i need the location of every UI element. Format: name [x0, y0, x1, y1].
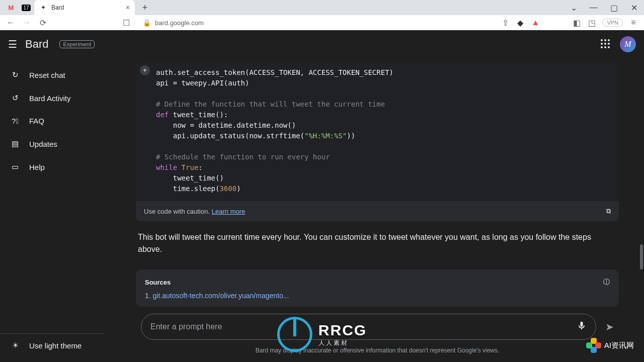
- copy-icon[interactable]: ⧉: [606, 207, 611, 215]
- active-tab[interactable]: ✦ Bard ×: [34, 0, 135, 15]
- back-icon[interactable]: ←: [6, 18, 15, 27]
- learn-more-link[interactable]: Learn more: [212, 208, 245, 215]
- prompt-row: ➤: [141, 314, 614, 340]
- send-icon[interactable]: ➤: [605, 321, 614, 333]
- sidebar-item-theme[interactable]: ☀ Use light theme: [0, 334, 111, 357]
- sidebar-item-help[interactable]: ▭ Help: [0, 155, 111, 178]
- mic-icon[interactable]: [577, 321, 587, 333]
- scrollbar-thumb[interactable]: [640, 244, 643, 269]
- brand-name: Bard: [25, 38, 48, 51]
- sidebar-item-activity[interactable]: ↺ Bard Activity: [0, 86, 111, 110]
- close-tab-icon[interactable]: ×: [126, 4, 130, 12]
- menu-icon[interactable]: ≡: [629, 18, 638, 27]
- sidebar-label: Use light theme: [29, 341, 82, 350]
- disclaimer: Bard may display inaccurate or offensive…: [111, 347, 644, 354]
- source-item: 1. git.autosoft-tech.com/oliver.yuan/mag…: [145, 292, 610, 300]
- caution-text: Use code with caution.: [144, 208, 210, 215]
- hamburger-icon[interactable]: ☰: [8, 38, 17, 50]
- reload-icon[interactable]: ⟳: [38, 18, 47, 28]
- response-card: +auth.set_access_token(ACCESS_TOKEN, ACC…: [136, 62, 619, 307]
- share-icon[interactable]: ⇪: [501, 18, 510, 28]
- prompt-input-container: [141, 314, 596, 340]
- calendar-icon: ▤: [10, 139, 20, 148]
- pinned-tab-gmail[interactable]: M: [4, 1, 18, 15]
- lock-icon: 🔒: [143, 19, 151, 27]
- sidebar-label: Help: [29, 163, 45, 171]
- address-bar: ← → ⟳ ☐ 🔒 bard.google.com ⇪ ◆ ▲ ◧ ◳ VPN …: [0, 15, 644, 30]
- response-text: This bot will tweet the current time eve…: [136, 221, 619, 260]
- url-box[interactable]: 🔒 bard.google.com: [138, 19, 494, 27]
- tab-title: Bard: [51, 4, 64, 11]
- maximize-icon[interactable]: ▢: [604, 0, 624, 15]
- feedback-icon: ▭: [10, 162, 20, 171]
- sidebar-item-reset[interactable]: ↻ Reset chat: [0, 63, 111, 86]
- sources-title: Sources: [145, 279, 171, 286]
- close-window-icon[interactable]: ✕: [624, 0, 644, 15]
- brave-icon[interactable]: ▲: [531, 18, 540, 27]
- experiment-badge: Experiment: [59, 40, 95, 48]
- sidebar: ↻ Reset chat ↺ Bard Activity ?⃝ FAQ ▤ Up…: [0, 58, 111, 362]
- sources-card: Sources ⓘ 1. git.autosoft-tech.com/olive…: [136, 269, 619, 307]
- dropdown-icon[interactable]: ⌄: [564, 0, 584, 15]
- sidebar-label: Reset chat: [29, 71, 65, 79]
- question-icon: ?⃝: [10, 117, 20, 125]
- source-link[interactable]: git.autosoft-tech.com/oliver.yuan/magent…: [153, 292, 289, 300]
- sun-icon: ☀: [10, 341, 20, 350]
- vpn-badge[interactable]: VPN: [602, 19, 623, 27]
- caution-bar: Use code with caution. Learn more ⧉: [136, 201, 619, 221]
- sidebar-label: Updates: [29, 140, 57, 148]
- avatar-letter: M: [624, 40, 631, 49]
- code-block: +auth.set_access_token(ACCESS_TOKEN, ACC…: [136, 62, 619, 201]
- toolbar-right: ⇪ ◆ ▲ ◧ ◳ VPN ≡: [501, 18, 638, 28]
- forward-icon[interactable]: →: [22, 18, 31, 27]
- prompt-input[interactable]: [150, 322, 577, 331]
- apps-grid-icon[interactable]: [601, 39, 611, 49]
- sidebar-item-updates[interactable]: ▤ Updates: [0, 132, 111, 155]
- sidepanel-icon[interactable]: ◧: [572, 18, 581, 28]
- main-content: +auth.set_access_token(ACCESS_TOKEN, ACC…: [111, 58, 644, 362]
- avatar[interactable]: M: [620, 36, 636, 52]
- minimize-icon[interactable]: —: [584, 0, 604, 15]
- sidebar-label: FAQ: [29, 117, 44, 125]
- history-icon: ↺: [10, 94, 20, 103]
- browser-chrome: M 17 ✦ Bard × + ⌄ — ▢ ✕ ← → ⟳ ☐ 🔒 bard.g…: [0, 0, 644, 30]
- shield-icon[interactable]: ◆: [516, 18, 525, 28]
- new-tab-button[interactable]: +: [138, 1, 152, 15]
- sidebar-label: Bard Activity: [29, 94, 71, 103]
- pinned-tab-2[interactable]: 17: [19, 1, 33, 15]
- info-icon[interactable]: ⓘ: [603, 278, 610, 287]
- bookmark-icon[interactable]: ☐: [122, 18, 131, 28]
- sidebar-item-faq[interactable]: ?⃝ FAQ: [0, 110, 111, 132]
- window-controls: ⌄ — ▢ ✕: [564, 0, 644, 15]
- url-text: bard.google.com: [155, 19, 204, 27]
- wallet-icon[interactable]: ◳: [587, 18, 596, 28]
- tab-bar: M 17 ✦ Bard × + ⌄ — ▢ ✕: [0, 0, 644, 15]
- app-header: ☰ Bard Experiment M: [0, 30, 644, 58]
- expand-code-icon[interactable]: +: [140, 65, 150, 75]
- bard-favicon-icon: ✦: [39, 4, 47, 12]
- reset-icon: ↻: [10, 70, 20, 79]
